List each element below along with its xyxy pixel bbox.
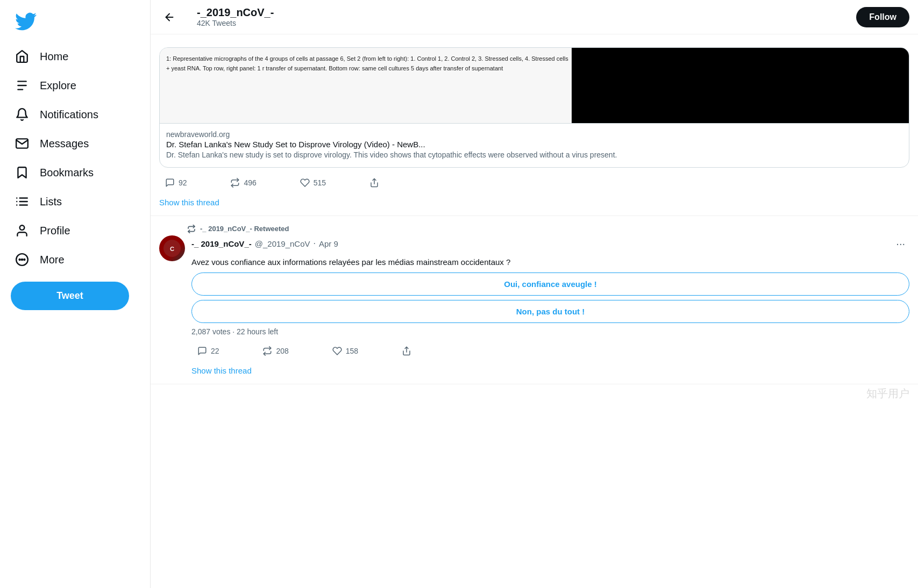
sidebar-item-notifications[interactable]: Notifications	[6, 101, 144, 128]
like-count-2: 158	[346, 347, 358, 355]
tweet-actions-1: 92 496 515	[159, 174, 385, 191]
sidebar-item-explore[interactable]: Explore	[6, 72, 144, 99]
svg-text:C: C	[170, 245, 174, 252]
svg-point-12	[19, 259, 20, 260]
sidebar-item-lists[interactable]: Lists	[6, 188, 144, 215]
svg-point-13	[24, 259, 25, 260]
bookmark-icon	[15, 166, 29, 180]
poll-option-2[interactable]: Non, pas du tout !	[191, 300, 909, 323]
heart-icon-1	[300, 177, 310, 188]
bell-icon	[15, 107, 29, 121]
explore-icon	[15, 78, 29, 92]
link-card-image-text: 1: Representative micrographs of the 4 g…	[166, 54, 571, 73]
poll-votes: 2,087 votes	[191, 327, 230, 336]
link-card-body: newbraveworld.org Dr. Stefan Lanka's New…	[160, 123, 909, 167]
back-button[interactable]	[159, 7, 180, 27]
sidebar-item-label-notifications: Notifications	[40, 109, 98, 121]
sidebar-item-messages[interactable]: Messages	[6, 130, 144, 157]
profile-header-name: -_2019_nCoV_-	[197, 6, 839, 19]
sidebar-item-label-bookmarks: Bookmarks	[40, 167, 94, 179]
retweet-icon-1	[230, 177, 240, 188]
tweet-meta-left-2: -_ 2019_nCoV_- @_2019_nCoV · Apr 9	[191, 239, 338, 248]
poll-info: 2,087 votes · 22 hours left	[191, 327, 909, 336]
link-card-domain: newbraveworld.org	[166, 130, 902, 139]
like-button-2[interactable]: 158	[326, 342, 364, 360]
tweet-author-name-2: -_ 2019_nCoV_-	[191, 239, 252, 248]
follow-button[interactable]: Follow	[856, 7, 909, 27]
retweet-count-1: 496	[244, 178, 256, 187]
profile-header: -_2019_nCoV_- 42K Tweets Follow	[151, 0, 918, 34]
tweet-card-1: 1: Representative micrographs of the 4 g…	[151, 34, 918, 216]
sidebar-item-label-more: More	[40, 254, 65, 266]
tweet-author-handle-2: @_2019_nCoV	[255, 239, 310, 248]
link-card-1[interactable]: 1: Representative micrographs of the 4 g…	[159, 47, 909, 168]
reply-count-1: 92	[179, 178, 187, 187]
tweet-date-2: Apr 9	[319, 239, 338, 248]
sidebar-item-label-profile: Profile	[40, 225, 70, 237]
tweet-card-2: -_ 2019_nCoV_- Retweeted C -_ 2019_nCoV_…	[151, 216, 918, 385]
sidebar-item-label-messages: Messages	[40, 138, 89, 150]
poll-2: Oui, confiance aveugle ! Non, pas du tou…	[191, 273, 909, 336]
avatar-2: C	[159, 235, 185, 261]
link-card-desc: Dr. Stefan Lanka's new study is set to d…	[166, 150, 902, 161]
envelope-icon	[15, 137, 29, 150]
tweet-button[interactable]: Tweet	[11, 282, 129, 310]
link-card-title: Dr. Stefan Lanka's New Study Set to Disp…	[166, 140, 902, 149]
share-icon-2	[401, 346, 412, 356]
share-button-1[interactable]	[364, 174, 385, 191]
home-icon	[15, 49, 29, 63]
twitter-logo[interactable]	[6, 4, 144, 41]
retweet-icon-2	[262, 346, 273, 356]
like-button-1[interactable]: 515	[294, 174, 331, 191]
profile-header-tweets: 42K Tweets	[197, 19, 839, 27]
reply-icon-2	[197, 346, 208, 356]
person-icon	[15, 224, 29, 238]
tweet-dot-2: ·	[314, 239, 316, 248]
sidebar-item-more[interactable]: More	[6, 246, 144, 273]
share-icon-1	[369, 177, 380, 188]
svg-point-9	[20, 225, 25, 230]
retweet-button-2[interactable]: 208	[257, 342, 294, 360]
show-thread-1[interactable]: Show this thread	[159, 198, 909, 207]
link-card-image-overlay	[572, 48, 909, 123]
tweet-more-button-2[interactable]: ···	[892, 235, 909, 252]
list-icon	[15, 195, 29, 209]
sidebar-item-label-explore: Explore	[40, 80, 76, 92]
link-card-image: 1: Representative micrographs of the 4 g…	[160, 48, 909, 123]
sidebar-nav: Home Explore Notifications	[6, 43, 144, 273]
sidebar: Home Explore Notifications	[0, 0, 151, 588]
retweet-count-2: 208	[276, 347, 288, 355]
tweet-text-2: Avez vous confiance aux informations rel…	[191, 256, 909, 269]
tweet-meta-2: -_ 2019_nCoV_- @_2019_nCoV · Apr 9 ···	[191, 235, 909, 252]
sidebar-item-label-home: Home	[40, 51, 68, 63]
share-button-2[interactable]	[396, 342, 417, 360]
poll-separator: ·	[232, 327, 237, 336]
dots-icon	[15, 253, 29, 267]
watermark: 知乎用户	[151, 384, 918, 403]
svg-point-11	[22, 259, 23, 260]
retweet-button-1[interactable]: 496	[224, 174, 261, 191]
reply-icon-1	[165, 177, 175, 188]
heart-icon-2	[332, 346, 343, 356]
main-content: -_2019_nCoV_- 42K Tweets Follow 1: Repre…	[151, 0, 918, 588]
tweet-row-2: C -_ 2019_nCoV_- @_2019_nCoV · Apr 9 ···…	[159, 235, 909, 376]
poll-option-1[interactable]: Oui, confiance aveugle !	[191, 273, 909, 296]
tweet-actions-2: 22 208	[191, 342, 417, 360]
tweet-content-2: -_ 2019_nCoV_- @_2019_nCoV · Apr 9 ··· A…	[191, 235, 909, 376]
sidebar-item-profile[interactable]: Profile	[6, 217, 144, 244]
profile-header-info: -_2019_nCoV_- 42K Tweets	[197, 6, 839, 27]
sidebar-item-label-lists: Lists	[40, 196, 62, 208]
sidebar-item-bookmarks[interactable]: Bookmarks	[6, 159, 144, 186]
like-count-1: 515	[314, 178, 326, 187]
sidebar-item-home[interactable]: Home	[6, 43, 144, 70]
retweet-label-text: -_ 2019_nCoV_- Retweeted	[200, 225, 289, 233]
reply-button-1[interactable]: 92	[159, 174, 193, 191]
poll-time-left: 22 hours left	[237, 327, 278, 336]
reply-button-2[interactable]: 22	[191, 342, 225, 360]
retweet-label: -_ 2019_nCoV_- Retweeted	[187, 225, 909, 233]
reply-count-2: 22	[211, 347, 219, 355]
show-thread-2[interactable]: Show this thread	[191, 366, 909, 375]
